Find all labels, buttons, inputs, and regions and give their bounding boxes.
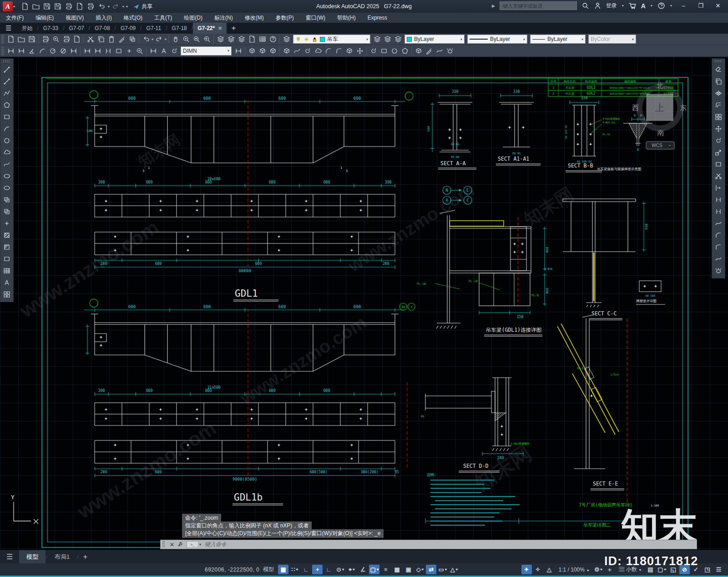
help-icon[interactable] [657,2,665,10]
signin-caret-icon[interactable]: ▾ [622,4,624,8]
copy-clip-icon[interactable] [96,35,106,44]
linetype-caret-icon[interactable]: ▾ [523,37,525,41]
dynamic-input-toggle[interactable]: + [312,565,323,574]
dim-radius-icon[interactable] [47,46,58,56]
command-recent-caret-icon[interactable]: ▾ [199,542,201,547]
save-icon[interactable] [26,35,37,44]
dim-update-icon[interactable] [169,46,179,56]
arc-icon[interactable] [1,123,13,135]
explode-icon[interactable] [713,265,724,277]
sect-a1a1-detail[interactable]: 330 89 85 SECT A1-A1 [496,90,541,165]
qat-open-icon[interactable] [31,2,41,11]
qat-undo-icon[interactable] [96,2,106,11]
3d-object-snap-toggle[interactable]: ◇▾ [415,565,425,574]
circle-icon[interactable] [1,135,13,147]
brush-icon[interactable] [424,46,434,56]
share-button[interactable]: 共享 [133,3,152,10]
zoom-realtime-icon[interactable] [181,35,191,44]
snap-mode-toggle[interactable]: ∷▾ [289,565,300,574]
dim-ordinate-icon[interactable] [68,46,79,56]
center-mark-icon[interactable] [124,46,134,56]
help-icon[interactable] [268,35,278,44]
model-tab[interactable]: 模型 [19,550,46,564]
ucs-icon[interactable]: Y [11,494,38,524]
layer-walk-icon[interactable] [236,35,247,44]
sect-aa-detail[interactable]: 330 600 86 86 89 89 SECT A-A [427,90,476,169]
menu-tools[interactable]: 工具(T) [148,14,178,22]
layer-walk-icon[interactable] [382,35,393,44]
layer-on-bulb-icon[interactable] [295,36,301,42]
plot-icon[interactable] [40,35,51,44]
sheet-set-icon[interactable] [247,35,257,44]
extend-icon[interactable] [713,182,724,194]
qat-save-icon[interactable] [42,2,52,11]
presspull-icon[interactable] [413,46,424,56]
line-icon[interactable] [1,64,13,76]
copy-icon[interactable] [713,76,724,87]
dim-aligned-icon[interactable] [16,46,26,56]
multiline-text-icon[interactable] [1,277,13,288]
fillet-icon[interactable] [713,241,724,253]
shell-icon[interactable] [344,46,354,56]
rotate-icon[interactable] [713,135,724,147]
doc-tab-g7-11[interactable]: G7-11 [142,23,166,34]
dim-break-icon[interactable] [103,46,113,56]
paste-icon[interactable] [106,35,116,44]
doc-tab-start[interactable]: 开始 [17,23,37,34]
tab-menu-icon[interactable]: ☰ [5,24,11,32]
chamfer-icon[interactable] [713,229,724,241]
intersect-icon[interactable] [268,46,278,56]
hatch-icon[interactable] [1,229,13,241]
lineweight-caret-icon[interactable]: ▾ [581,37,583,41]
sect-bb-detail[interactable]: 330 4-M20普通螺栓 4-Φ21.5孔 PL-10 50 100 50 6… [565,96,620,172]
move-icon[interactable] [713,123,724,135]
open-file-icon[interactable] [16,35,26,44]
layer-dropdown[interactable]: 吊车 ▾ [293,35,370,44]
array-icon[interactable] [713,111,724,123]
layout-menu-icon[interactable]: ☰ [6,552,13,561]
doc-tab-g7-22-active[interactable]: G7-22*✕ [193,23,227,34]
transparency-toggle[interactable]: ▩ [392,565,402,574]
scale-icon[interactable] [713,147,724,158]
plotstyle-caret-icon[interactable]: ▾ [632,37,634,41]
annotation-autoscale-toggle[interactable]: ✧ [533,565,543,574]
point-icon[interactable] [1,218,13,229]
trim-icon[interactable] [713,170,724,182]
workspace-switching-toggle[interactable]: ⚙▾ [593,565,603,574]
export-pdf-icon[interactable] [71,35,82,44]
layer-states-icon[interactable] [226,35,236,44]
union-icon[interactable] [247,46,257,56]
dim-baseline-icon[interactable] [82,46,92,56]
cylinder-icon[interactable] [389,46,399,56]
undo-caret-icon[interactable]: ▾ [108,5,110,9]
doc-tab-g7-07[interactable]: G7-07 [65,23,89,34]
qat-new-icon[interactable] [20,2,30,11]
gradient-icon[interactable] [1,241,13,253]
customize-toggle[interactable]: ☰ [713,565,724,574]
sweep-icon[interactable] [292,46,302,56]
zoom-window-icon[interactable] [191,35,202,44]
menu-express[interactable]: Express [362,15,393,21]
break-icon[interactable] [713,194,724,206]
gizmo-toggle[interactable]: △▾ [449,565,459,574]
doc-tab-g7-08[interactable]: G7-08 [90,23,114,34]
dim-arc-length-icon[interactable] [37,46,47,56]
toolbar-grip[interactable] [715,60,722,62]
annotation-scale-button[interactable]: 1:1 / 100% ▾ [559,567,589,573]
block-edit-icon[interactable] [127,35,137,44]
layer-merge-icon[interactable] [393,35,403,44]
blend-curves-icon[interactable] [713,253,724,265]
rectangle-icon[interactable] [1,111,13,123]
dynamic-ucs-toggle[interactable]: ⇄ [426,565,436,574]
explode-icon[interactable] [445,46,455,56]
object-snap-toggle[interactable]: ▢▾ [369,565,379,574]
dim-inspect-icon[interactable] [134,46,145,56]
menu-format[interactable]: 格式(O) [118,14,148,22]
qat-redo-icon[interactable] [111,2,121,11]
search-input[interactable] [500,1,577,10]
dim-text-edit-icon[interactable] [158,46,169,56]
table-icon[interactable] [1,265,13,277]
menu-window[interactable]: 窗口(W) [300,14,331,22]
quick-calc-icon[interactable] [257,35,268,44]
tool-palettes-icon[interactable] [281,35,292,44]
